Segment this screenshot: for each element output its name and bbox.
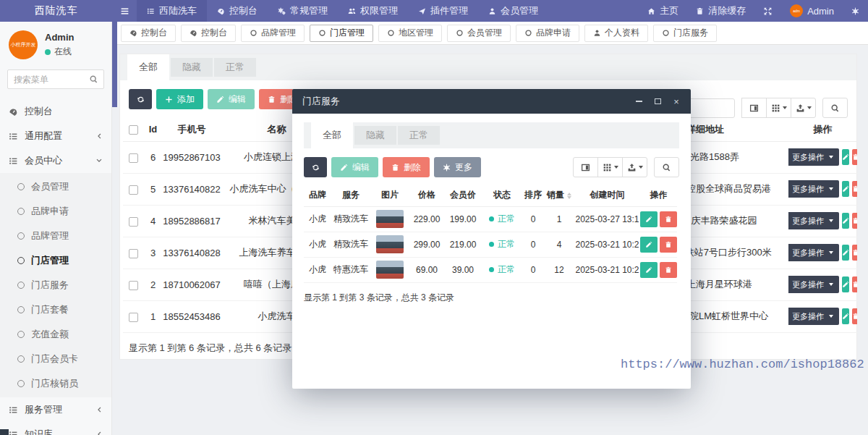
sidebar-item-brand-mgmt[interactable]: 品牌管理 — [0, 224, 111, 248]
columns-button[interactable] — [766, 98, 791, 118]
row-checkbox[interactable] — [129, 249, 138, 258]
tab-store-service[interactable]: 门店服务 — [653, 25, 717, 42]
row-delete-button[interactable] — [660, 237, 677, 253]
nav-item-member[interactable]: 会员管理 — [478, 0, 548, 22]
row-edit-button[interactable] — [842, 213, 849, 229]
tab-area-mgmt[interactable]: 地区管理 — [378, 25, 442, 42]
filter-tab-normal[interactable]: 正常 — [214, 58, 256, 77]
row-edit-button[interactable] — [842, 308, 849, 324]
sidebar-item-general-config[interactable]: 通用配置 — [0, 124, 111, 148]
caret-down-icon — [807, 106, 812, 109]
row-checkbox[interactable] — [129, 217, 138, 227]
fullscreen-button[interactable] — [754, 0, 781, 22]
row-edit-button[interactable] — [842, 276, 849, 292]
row-edit-button[interactable] — [640, 237, 658, 253]
dialog-titlebar[interactable]: 门店服务 × — [292, 89, 691, 114]
toggle-view-button[interactable] — [741, 98, 767, 118]
sidebar-item-brand-apply[interactable]: 品牌申请 — [0, 199, 111, 224]
nav-item-auth[interactable]: 权限管理 — [338, 0, 408, 22]
search-button[interactable] — [822, 98, 848, 118]
edit-button[interactable]: 编辑 — [208, 89, 255, 109]
filter-tab-hidden[interactable]: 隐藏 — [171, 58, 213, 77]
sidebar-item-member-center[interactable]: 会员中心 — [0, 148, 111, 173]
row-delete-button[interactable] — [852, 245, 857, 261]
nav-item-xiluxiche[interactable]: 西陆洗车 — [137, 0, 207, 22]
select-all-checkbox[interactable] — [129, 125, 138, 135]
row-checkbox[interactable] — [129, 153, 138, 163]
row-more-actions-button[interactable]: 更多操作 — [788, 308, 839, 325]
row-more-actions-button[interactable]: 更多操作 — [788, 148, 839, 166]
tab-member-mgmt[interactable]: 会员管理 — [447, 25, 511, 42]
brand-logo[interactable]: 西陆洗车 — [0, 0, 112, 22]
sidebar-item-service-mgmt[interactable]: 服务管理 — [0, 397, 111, 422]
row-more-actions-button[interactable]: 更多操作 — [788, 212, 839, 229]
sidebar-item-member-mgmt[interactable]: 会员管理 — [0, 174, 111, 199]
sidebar-item-store-service[interactable]: 门店服务 — [0, 273, 111, 297]
row-more-actions-button[interactable]: 更多操作 — [788, 180, 839, 198]
sidebar-item-knowledge[interactable]: 知识库 — [0, 422, 111, 435]
sidebar-item-dashboard[interactable]: 控制台 — [0, 99, 111, 124]
dialog-columns-button[interactable] — [597, 157, 623, 177]
dialog-edit-button[interactable]: 编辑 — [331, 157, 378, 177]
tab-brand-apply[interactable]: 品牌申请 — [516, 25, 579, 42]
row-checkbox[interactable] — [129, 185, 138, 195]
content-scrollbar[interactable] — [112, 22, 117, 107]
settings-button[interactable] — [843, 0, 868, 22]
row-delete-button[interactable] — [660, 262, 677, 278]
row-delete-button[interactable] — [852, 181, 857, 197]
dialog-search-button[interactable] — [654, 157, 679, 177]
close-button[interactable]: × — [672, 97, 681, 106]
row-edit-button[interactable] — [842, 149, 849, 165]
dialog-refresh-button[interactable] — [304, 157, 327, 177]
col-header-price: 价格 — [409, 185, 444, 206]
nav-item-general[interactable]: 常规管理 — [268, 0, 338, 22]
add-button[interactable]: 添加 — [156, 89, 203, 109]
sidebar-item-recharge[interactable]: 充值金额 — [0, 322, 111, 347]
nav-item-dashboard[interactable]: 控制台 — [207, 0, 268, 22]
caret-down-icon — [829, 315, 833, 318]
dialog-more-button[interactable]: 更多 — [434, 157, 481, 177]
dialog-filter-tab-all[interactable]: 全部 — [311, 122, 353, 148]
tab-profile[interactable]: 个人资料 — [584, 25, 648, 42]
nav-item-addon[interactable]: 插件管理 — [408, 0, 478, 22]
table-row: 小虎 特惠洗车 69.00 39.00 正常 0 12 2025-03-21 1… — [304, 257, 677, 282]
row-delete-button[interactable] — [660, 211, 677, 227]
sidebar-item-verifier[interactable]: 门店核销员 — [0, 371, 111, 396]
tab-dashboard-2[interactable]: 控制台 — [181, 25, 236, 42]
row-more-actions-button[interactable]: 更多操作 — [788, 244, 839, 261]
minimize-button[interactable] — [634, 97, 643, 106]
tab-store-mgmt[interactable]: 门店管理 — [310, 25, 373, 42]
user-menu[interactable]: admAdmin — [781, 0, 843, 22]
refresh-button[interactable] — [129, 89, 152, 109]
home-button[interactable]: 主页 — [639, 0, 687, 22]
clear-cache-button[interactable]: 清除缓存 — [687, 0, 754, 22]
sidebar-item-store-mgmt[interactable]: 门店管理 — [0, 248, 111, 273]
row-edit-button[interactable] — [640, 211, 658, 227]
row-edit-button[interactable] — [842, 181, 849, 197]
row-delete-button[interactable] — [852, 213, 857, 229]
dialog-filter-tab-hidden[interactable]: 隐藏 — [354, 126, 396, 145]
tab-dashboard-1[interactable]: 控制台 — [121, 25, 176, 42]
dialog-delete-button[interactable]: 删除 — [383, 157, 430, 177]
dialog-toggle-view-button[interactable] — [573, 157, 598, 177]
pencil-icon — [645, 241, 652, 248]
table-row: 小虎 精致洗车 299.00 219.00 正常 0 4 2025-03-21 … — [304, 232, 677, 257]
export-button[interactable] — [791, 98, 816, 118]
sidebar-toggle-button[interactable] — [112, 0, 137, 22]
row-checkbox[interactable] — [129, 281, 138, 290]
row-edit-button[interactable] — [842, 245, 849, 261]
dialog-export-button[interactable] — [622, 157, 647, 177]
row-delete-button[interactable] — [852, 276, 857, 292]
filter-tab-all[interactable]: 全部 — [127, 54, 169, 80]
row-edit-button[interactable] — [640, 262, 658, 278]
row-checkbox[interactable] — [129, 313, 138, 322]
dialog-filter-tab-normal[interactable]: 正常 — [398, 126, 440, 145]
sidebar-item-store-package[interactable]: 门店套餐 — [0, 297, 111, 322]
row-delete-button[interactable] — [852, 149, 857, 165]
tab-brand-mgmt[interactable]: 品牌管理 — [241, 25, 305, 42]
maximize-button[interactable] — [653, 97, 662, 106]
col-header-sales[interactable]: 销量 — [544, 185, 574, 206]
sidebar-item-member-card[interactable]: 门店会员卡 — [0, 347, 111, 371]
row-more-actions-button[interactable]: 更多操作 — [788, 276, 839, 293]
row-delete-button[interactable] — [852, 308, 857, 324]
